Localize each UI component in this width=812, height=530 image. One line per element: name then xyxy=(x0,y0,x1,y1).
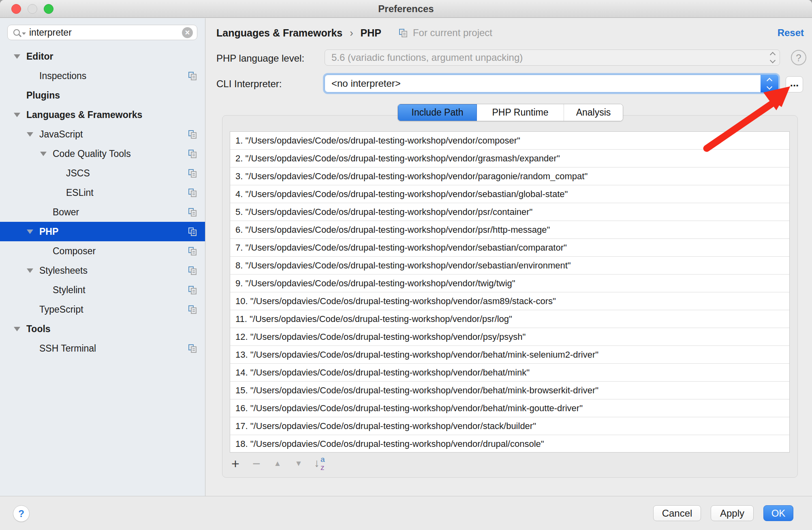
sidebar-item-label: Tools xyxy=(26,324,51,335)
current-project-icon xyxy=(398,28,408,38)
cli-interpreter-value: <no interpreter> xyxy=(331,78,401,89)
breadcrumb-current: PHP xyxy=(361,27,381,39)
language-level-value: 5.6 (variadic functions, argument unpack… xyxy=(331,52,523,63)
sidebar-item-label: Bower xyxy=(53,207,79,218)
include-path-row[interactable]: 9. "/Users/opdavies/Code/os/drupal-testi… xyxy=(230,275,789,292)
language-level-select[interactable]: 5.6 (variadic functions, argument unpack… xyxy=(325,49,780,66)
sidebar-item-typescript[interactable]: TypeScript xyxy=(0,300,205,319)
chevron-down-icon[interactable] xyxy=(26,132,34,137)
chevron-down-icon[interactable] xyxy=(39,152,47,156)
cli-interpreter-label: CLI Interpreter: xyxy=(216,78,282,90)
per-project-settings-icon xyxy=(188,207,197,217)
sidebar-item-code-quality-tools[interactable]: Code Quality Tools xyxy=(0,144,205,163)
title-bar: Preferences xyxy=(0,0,812,18)
cancel-button[interactable]: Cancel xyxy=(653,505,701,521)
clear-search-icon[interactable]: ✕ xyxy=(182,27,193,38)
chevron-down-icon[interactable] xyxy=(13,113,21,117)
reset-link[interactable]: Reset xyxy=(778,27,804,39)
sidebar-item-label: Composer xyxy=(53,246,96,257)
sidebar-item-label: SSH Terminal xyxy=(39,343,96,354)
move-up-icon[interactable]: ▲ xyxy=(272,459,283,468)
settings-search-box[interactable]: ✕ xyxy=(7,25,197,40)
sidebar-item-label: JavaScript xyxy=(39,129,83,140)
settings-sidebar: ✕ EditorInspectionsPluginsLanguages & Fr… xyxy=(0,18,205,496)
include-path-row[interactable]: 4. "/Users/opdavies/Code/os/drupal-testi… xyxy=(230,185,789,203)
ok-button[interactable]: OK xyxy=(763,505,793,521)
sidebar-item-label: TypeScript xyxy=(39,304,83,315)
include-path-row[interactable]: 7. "/Users/opdavies/Code/os/drupal-testi… xyxy=(230,239,789,257)
sidebar-item-php[interactable]: PHP xyxy=(0,222,205,241)
window-title: Preferences xyxy=(0,0,812,18)
include-path-row[interactable]: 1. "/Users/opdavies/Code/os/drupal-testi… xyxy=(230,132,789,150)
breadcrumb-parent[interactable]: Languages & Frameworks xyxy=(216,27,342,39)
scope-note-label: For current project xyxy=(413,27,492,39)
include-path-row[interactable]: 17. "/Users/opdavies/Code/os/drupal-test… xyxy=(230,417,789,435)
include-path-row[interactable]: 13. "/Users/opdavies/Code/os/drupal-test… xyxy=(230,346,789,364)
include-path-row[interactable]: 6. "/Users/opdavies/Code/os/drupal-testi… xyxy=(230,221,789,239)
chevron-down-icon[interactable] xyxy=(13,327,21,331)
sidebar-item-bower[interactable]: Bower xyxy=(0,202,205,222)
sidebar-item-eslint[interactable]: ESLint xyxy=(0,183,205,202)
include-path-list[interactable]: 1. "/Users/opdavies/Code/os/drupal-testi… xyxy=(230,131,790,453)
include-path-row[interactable]: 18. "/Users/opdavies/Code/os/drupal-test… xyxy=(230,435,789,453)
search-input[interactable] xyxy=(29,27,182,38)
sidebar-item-stylelint[interactable]: Stylelint xyxy=(0,280,205,300)
settings-tree: EditorInspectionsPluginsLanguages & Fram… xyxy=(0,47,205,358)
include-path-row[interactable]: 3. "/Users/opdavies/Code/os/drupal-testi… xyxy=(230,167,789,185)
help-button[interactable]: ? xyxy=(13,505,30,522)
sidebar-item-javascript[interactable]: JavaScript xyxy=(0,124,205,144)
include-path-row[interactable]: 16. "/Users/opdavies/Code/os/drupal-test… xyxy=(230,399,789,417)
include-path-row[interactable]: 2. "/Users/opdavies/Code/os/drupal-testi… xyxy=(230,150,789,167)
include-path-row[interactable]: 12. "/Users/opdavies/Code/os/drupal-test… xyxy=(230,328,789,346)
dialog-footer: ? Cancel Apply OK xyxy=(0,496,812,530)
apply-button[interactable]: Apply xyxy=(711,505,754,521)
stepper-icon[interactable] xyxy=(771,50,775,65)
chevron-down-icon[interactable] xyxy=(13,54,21,59)
search-options-caret-icon[interactable] xyxy=(22,32,26,35)
per-project-settings-icon xyxy=(188,188,197,197)
sidebar-item-languages-frameworks[interactable]: Languages & Frameworks xyxy=(0,105,205,124)
include-path-panel: 1. "/Users/opdavies/Code/os/drupal-testi… xyxy=(222,115,798,478)
include-path-row[interactable]: 11. "/Users/opdavies/Code/os/drupal-test… xyxy=(230,310,789,328)
sidebar-item-label: PHP xyxy=(39,226,58,237)
combobox-stepper-icon[interactable] xyxy=(761,75,778,92)
per-project-settings-icon xyxy=(188,149,197,159)
include-path-row[interactable]: 10. "/Users/opdavies/Code/os/drupal-test… xyxy=(230,292,789,310)
include-path-row[interactable]: 5. "/Users/opdavies/Code/os/drupal-testi… xyxy=(230,203,789,221)
include-path-row[interactable]: 8. "/Users/opdavies/Code/os/drupal-testi… xyxy=(230,257,789,275)
scope-note: For current project xyxy=(398,27,492,39)
per-project-settings-icon xyxy=(188,285,197,295)
tab-include-path[interactable]: Include Path xyxy=(398,104,477,121)
chevron-down-icon[interactable] xyxy=(26,230,34,234)
help-icon[interactable]: ? xyxy=(791,50,806,65)
search-icon xyxy=(13,29,20,36)
language-level-label: PHP language level: xyxy=(216,53,304,64)
remove-icon[interactable]: − xyxy=(251,455,262,472)
cli-interpreter-combobox[interactable]: <no interpreter> xyxy=(325,75,778,92)
browse-interpreters-button[interactable]: ... xyxy=(786,76,803,92)
sidebar-item-stylesheets[interactable]: Stylesheets xyxy=(0,261,205,280)
per-project-settings-icon xyxy=(188,343,197,353)
sidebar-item-label: Stylesheets xyxy=(39,265,88,276)
php-settings-tabs: Include PathPHP RuntimeAnalysis xyxy=(397,104,623,121)
move-down-icon[interactable]: ▼ xyxy=(293,459,304,468)
sidebar-item-inspections[interactable]: Inspections xyxy=(0,66,205,86)
include-path-row[interactable]: 15. "/Users/opdavies/Code/os/drupal-test… xyxy=(230,382,789,399)
sidebar-item-tools[interactable]: Tools xyxy=(0,319,205,339)
sort-alpha-icon[interactable]: ↓az xyxy=(314,455,328,472)
tab-php-runtime[interactable]: PHP Runtime xyxy=(477,104,564,121)
chevron-down-icon[interactable] xyxy=(26,268,34,273)
sidebar-item-composer[interactable]: Composer xyxy=(0,241,205,261)
add-icon[interactable]: + xyxy=(230,455,241,472)
include-path-row[interactable]: 14. "/Users/opdavies/Code/os/drupal-test… xyxy=(230,364,789,382)
sidebar-item-ssh-terminal[interactable]: SSH Terminal xyxy=(0,339,205,358)
sidebar-item-jscs[interactable]: JSCS xyxy=(0,163,205,183)
preferences-window: Preferences ✕ EditorInspectionsPluginsLa… xyxy=(0,0,812,530)
tab-analysis[interactable]: Analysis xyxy=(564,104,623,121)
breadcrumb-separator-icon: › xyxy=(350,27,353,39)
sidebar-item-plugins[interactable]: Plugins xyxy=(0,86,205,105)
sidebar-item-label: JSCS xyxy=(66,168,90,179)
sidebar-item-label: Plugins xyxy=(26,90,60,101)
per-project-settings-icon xyxy=(188,266,197,275)
sidebar-item-editor[interactable]: Editor xyxy=(0,47,205,66)
